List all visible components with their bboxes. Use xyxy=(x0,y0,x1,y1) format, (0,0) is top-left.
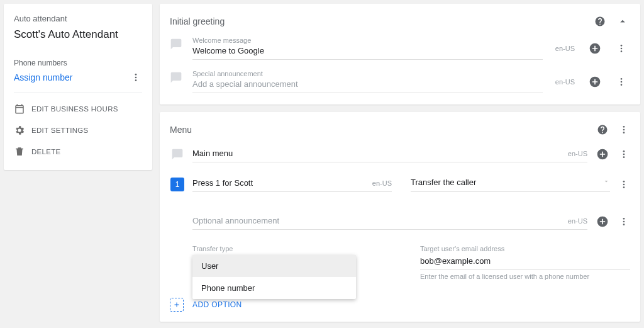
svg-point-4 xyxy=(621,47,623,49)
welcome-menu-icon[interactable] xyxy=(615,42,628,55)
chat-icon xyxy=(170,38,185,53)
plus-icon xyxy=(170,298,184,312)
target-email-hint: Enter the email of a licensed user with … xyxy=(420,273,630,280)
option-menu-icon[interactable] xyxy=(618,178,630,191)
main-menu-field[interactable]: Main menu en-US xyxy=(192,146,587,162)
transfer-type-option-phone[interactable]: Phone number xyxy=(192,277,356,299)
transfer-type-option-user[interactable]: User xyxy=(192,255,356,277)
special-locale: en-US xyxy=(555,78,575,86)
chat-icon xyxy=(170,148,185,161)
keypad-1-badge: 1 xyxy=(170,178,184,191)
svg-point-8 xyxy=(621,84,623,86)
svg-point-13 xyxy=(623,154,625,156)
greeting-collapse-icon[interactable] xyxy=(615,14,630,29)
menu-panel-title: Menu xyxy=(170,125,587,135)
svg-point-14 xyxy=(623,156,625,158)
svg-point-11 xyxy=(623,132,625,133)
svg-point-3 xyxy=(621,45,623,47)
edit-settings-button[interactable]: EDIT SETTINGS xyxy=(14,120,142,141)
greeting-panel-title: Initial greeting xyxy=(170,16,585,26)
svg-point-15 xyxy=(623,181,625,183)
sidebar-label: Auto attendant xyxy=(14,14,142,23)
transfer-type-dropdown: User Phone number xyxy=(192,255,356,299)
svg-point-16 xyxy=(623,183,625,185)
svg-point-1 xyxy=(135,77,137,79)
welcome-locale: en-US xyxy=(555,45,575,52)
welcome-message-row: Welcome message Welcome to Google en-US xyxy=(160,34,640,66)
svg-point-7 xyxy=(621,81,623,82)
optional-add-icon[interactable] xyxy=(595,214,610,229)
svg-point-18 xyxy=(623,218,625,220)
gear-icon xyxy=(14,125,25,136)
assign-number-menu-icon[interactable] xyxy=(130,71,142,84)
special-add-icon[interactable] xyxy=(587,74,602,89)
special-announcement-field[interactable]: Special announcement Add a special annou… xyxy=(192,70,543,93)
phone-numbers-label: Phone numbers xyxy=(14,59,142,67)
welcome-message-field[interactable]: Welcome message Welcome to Google xyxy=(192,37,543,60)
svg-point-17 xyxy=(623,186,625,188)
action-select[interactable]: Transfer the caller xyxy=(411,176,610,192)
svg-point-5 xyxy=(621,50,623,52)
menu-help-icon[interactable] xyxy=(595,122,610,137)
target-email-label: Target user's email address xyxy=(420,245,630,252)
trash-icon xyxy=(14,146,25,157)
chat-icon xyxy=(170,71,185,86)
svg-point-19 xyxy=(623,221,625,223)
attendant-title: Scott's Auto Attendant xyxy=(14,28,142,41)
svg-point-10 xyxy=(623,129,625,131)
svg-point-12 xyxy=(623,150,625,152)
welcome-add-icon[interactable] xyxy=(587,41,602,56)
greeting-help-icon[interactable] xyxy=(592,14,608,29)
target-email-field[interactable]: bob@example.com xyxy=(420,252,630,270)
optional-menu-icon[interactable] xyxy=(618,215,630,228)
svg-point-0 xyxy=(135,74,137,76)
svg-point-9 xyxy=(623,126,625,128)
calendar-icon xyxy=(14,103,25,115)
edit-business-hours-button[interactable]: EDIT BUSINESS HOURS xyxy=(14,98,142,120)
main-menu-menu-icon[interactable] xyxy=(618,148,630,161)
transfer-type-label: Transfer type xyxy=(192,245,402,252)
special-announcement-row: Special announcement Add a special annou… xyxy=(160,66,640,99)
main-menu-add-icon[interactable] xyxy=(595,147,610,162)
delete-button[interactable]: DELETE xyxy=(14,141,142,162)
assign-number-link[interactable]: Assign number xyxy=(14,72,72,82)
special-menu-icon[interactable] xyxy=(615,76,628,88)
chevron-down-icon xyxy=(602,176,610,188)
svg-point-6 xyxy=(621,78,623,80)
optional-announcement-field[interactable]: Optional announcement en-US xyxy=(192,213,587,230)
svg-point-20 xyxy=(623,223,625,225)
menu-panel-menu-icon[interactable] xyxy=(618,123,630,136)
press-text-field[interactable]: Press 1 for Scott en-US xyxy=(192,178,392,192)
svg-point-2 xyxy=(135,79,137,81)
